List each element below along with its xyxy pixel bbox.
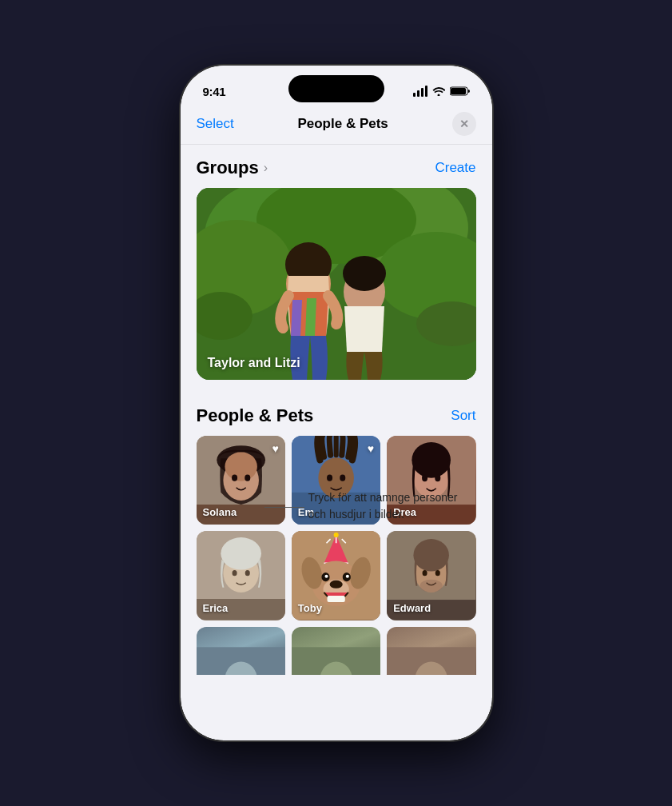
group-image[interactable]: Taylor and Litzi xyxy=(197,188,476,380)
signal-bar-1 xyxy=(413,93,416,97)
close-icon: ✕ xyxy=(459,118,469,130)
person-name-erica: Erica xyxy=(203,602,229,614)
person-name-solana: Solana xyxy=(203,506,237,518)
group-people-svg xyxy=(197,188,476,380)
create-button[interactable]: Create xyxy=(435,160,475,176)
bottom-partial-grid xyxy=(197,627,476,675)
svg-point-25 xyxy=(340,475,345,481)
svg-point-17 xyxy=(225,452,256,481)
signal-bar-2 xyxy=(417,90,420,97)
favorite-icon-em: ♥ xyxy=(368,442,374,455)
scroll-content[interactable]: Groups › Create xyxy=(181,145,492,736)
annotation-text: Tryck för att namnge personer och husdju… xyxy=(308,489,468,523)
person-card-edward[interactable]: Edward xyxy=(387,531,475,620)
svg-point-60 xyxy=(423,570,427,576)
person-card-bottom1[interactable] xyxy=(197,627,285,675)
status-time: 9:41 xyxy=(203,85,226,98)
phone-screen: 9:41 xyxy=(181,66,492,740)
svg-point-36 xyxy=(232,570,237,576)
page-title: People & Pets xyxy=(297,116,388,132)
svg-point-55 xyxy=(346,575,349,578)
svg-point-31 xyxy=(435,474,440,481)
person-card-bottom2[interactable] xyxy=(292,627,380,675)
svg-point-34 xyxy=(221,537,261,569)
svg-point-54 xyxy=(324,575,328,578)
annotation: Tryck för att namnge personer och husdju… xyxy=(308,489,468,523)
groups-title-container[interactable]: Groups › xyxy=(197,158,268,178)
person-card-solana[interactable]: ♥ Solana xyxy=(197,436,285,525)
select-button[interactable]: Select xyxy=(197,116,234,132)
group-label: Taylor and Litzi xyxy=(208,356,300,370)
svg-point-42 xyxy=(333,533,338,537)
person-card-erica[interactable]: Erica xyxy=(197,531,285,620)
sort-button[interactable]: Sort xyxy=(451,408,475,424)
battery-icon xyxy=(450,86,470,96)
people-grid-container: ♥ Solana xyxy=(181,436,492,675)
people-pets-section-header: People & Pets Sort xyxy=(181,393,492,436)
status-icons xyxy=(413,86,470,97)
svg-point-28 xyxy=(412,442,451,478)
svg-rect-51 xyxy=(327,596,344,602)
svg-rect-1 xyxy=(451,88,466,94)
groups-section-header: Groups › Create xyxy=(181,145,492,188)
svg-point-30 xyxy=(422,474,427,481)
close-button[interactable]: ✕ xyxy=(452,112,476,136)
group-image-background: Taylor and Litzi xyxy=(197,188,476,380)
svg-point-58 xyxy=(414,539,450,571)
dynamic-island xyxy=(288,75,384,102)
svg-point-37 xyxy=(245,570,249,576)
chevron-right-icon: › xyxy=(264,161,268,175)
svg-point-19 xyxy=(232,475,237,481)
annotation-line xyxy=(264,507,304,508)
signal-bar-4 xyxy=(425,86,427,97)
signal-bar-3 xyxy=(421,88,423,97)
groups-title: Groups xyxy=(197,158,259,178)
phone-frame: 9:41 xyxy=(181,66,492,740)
person-card-toby[interactable]: Toby xyxy=(292,531,380,620)
svg-point-13 xyxy=(343,256,386,291)
svg-point-50 xyxy=(329,581,342,589)
svg-point-20 xyxy=(245,475,250,481)
person-card-bottom3[interactable] xyxy=(387,627,475,675)
person-name-toby: Toby xyxy=(298,602,322,614)
svg-point-61 xyxy=(435,570,440,576)
person-photo-bottom2 xyxy=(292,627,380,675)
person-name-edward: Edward xyxy=(393,602,431,614)
wifi-icon xyxy=(432,86,445,96)
navigation-bar: Select People & Pets ✕ xyxy=(181,106,492,145)
person-photo-bottom1 xyxy=(197,627,285,675)
svg-point-24 xyxy=(327,475,332,481)
person-photo-bottom3 xyxy=(387,627,475,675)
signal-bars-icon xyxy=(413,86,427,97)
svg-point-62 xyxy=(420,580,443,593)
people-grid: ♥ Solana xyxy=(197,436,476,620)
people-pets-title: People & Pets xyxy=(197,405,314,426)
favorite-icon-solana: ♥ xyxy=(272,442,279,455)
